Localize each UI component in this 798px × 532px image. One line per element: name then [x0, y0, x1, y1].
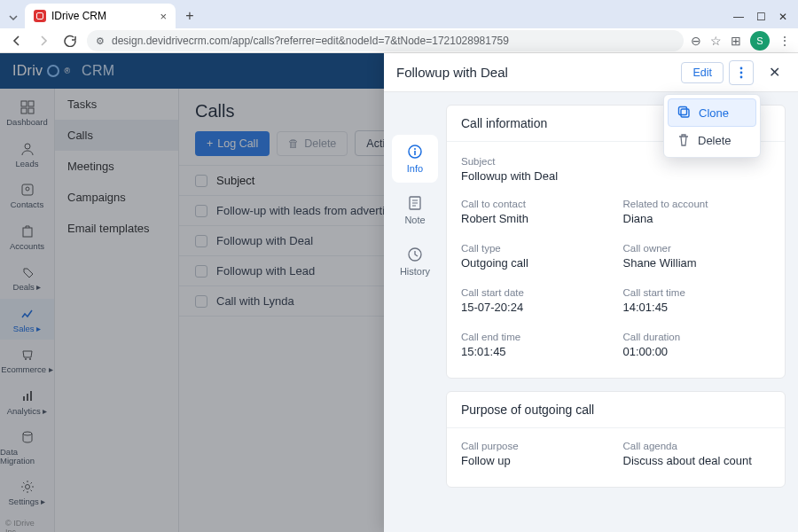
app-root: IDriv® CRM Dashboard Leads Contacts Acco… [0, 53, 798, 532]
field-type: Call typeOutgoing call [461, 236, 609, 277]
field-agenda: Call agendaDiscuss about deal count [623, 434, 771, 474]
field-label: Call duration [623, 332, 771, 342]
browser-chrome: IDrive CRM × + — ☐ ✕ ⚙ design.devidrivec… [0, 0, 798, 53]
browser-menu-icon[interactable]: ⋮ [778, 34, 791, 48]
url-text: design.devidrivecrm.com/app/calls?referr… [112, 35, 509, 47]
close-drawer-button[interactable]: ✕ [763, 61, 786, 84]
tab-label: Info [407, 163, 423, 174]
tab-dropdown-icon[interactable] [5, 7, 21, 28]
field-value: Followup with Deal [461, 169, 771, 183]
field-label: Call start time [623, 287, 771, 298]
svg-point-17 [740, 75, 743, 78]
tab-close-icon[interactable]: × [160, 10, 167, 23]
field-purpose: Call purposeFollow up [461, 434, 609, 474]
field-label: Call owner [623, 243, 771, 254]
info-icon [407, 144, 423, 160]
drawer-tab-info[interactable]: Info [392, 135, 438, 183]
drawer-header: Followup with Deal Edit ✕ [384, 53, 798, 92]
tab-title: IDrive CRM [51, 10, 106, 22]
detail-drawer: Followup with Deal Edit ✕ Clone Delete [384, 53, 798, 532]
clone-icon [677, 106, 692, 120]
drawer-tabs: Info Note History [384, 92, 446, 532]
history-icon [407, 246, 423, 262]
field-value: Outgoing call [461, 256, 609, 270]
field-value: Follow up [461, 454, 609, 467]
svg-point-21 [414, 148, 416, 150]
field-label: Call type [461, 243, 609, 254]
field-label: Call agenda [623, 441, 771, 451]
minimize-icon[interactable]: — [733, 11, 744, 23]
field-label: Call purpose [461, 441, 609, 451]
back-button[interactable] [7, 31, 27, 51]
field-account: Related to accountDiana [623, 192, 771, 232]
purpose-card: Purpose of outgoing call Call purposeFol… [446, 391, 786, 488]
forward-button[interactable] [34, 31, 53, 51]
browser-tab[interactable]: IDrive CRM × [25, 4, 176, 28]
zoom-icon[interactable]: ⊖ [691, 34, 701, 48]
delete-menu-item[interactable]: Delete [668, 127, 756, 153]
reload-button[interactable] [60, 31, 80, 51]
field-value: 01:00:00 [623, 345, 771, 358]
svg-point-16 [740, 71, 743, 74]
drawer-content: Call information SubjectFollowup with De… [446, 92, 798, 532]
note-icon [407, 195, 423, 211]
field-end-time: Call end time15:01:45 [461, 325, 609, 365]
drawer-title: Followup with Deal [396, 65, 508, 80]
favicon-icon [34, 10, 46, 22]
field-value: Discuss about deal count [623, 454, 771, 467]
field-label: Call to contact [461, 199, 609, 209]
new-tab-button[interactable]: + [179, 5, 200, 27]
more-menu-popover: Clone Delete [663, 94, 761, 158]
svg-rect-22 [414, 151, 416, 155]
field-label: Call start date [461, 287, 609, 298]
field-value: Robert Smith [461, 212, 609, 225]
more-menu-button[interactable] [729, 60, 754, 85]
tab-strip: IDrive CRM × + — ☐ ✕ [0, 0, 798, 28]
field-label: Call end time [461, 332, 609, 342]
clone-label: Clone [699, 106, 729, 120]
trash-icon [677, 133, 691, 147]
drawer-tab-note[interactable]: Note [392, 186, 438, 234]
delete-menu-label: Delete [698, 134, 732, 147]
field-owner: Call ownerShane William [623, 236, 771, 277]
field-label: Related to account [623, 199, 771, 209]
drawer-tab-history[interactable]: History [392, 238, 438, 286]
bookmark-icon[interactable]: ☆ [710, 34, 722, 48]
field-value: 15-07-20:24 [461, 301, 609, 314]
svg-rect-19 [679, 107, 687, 115]
edit-button[interactable]: Edit [681, 62, 724, 83]
field-duration: Call duration01:00:00 [623, 325, 771, 365]
tab-label: History [400, 266, 430, 277]
field-contact: Call to contactRobert Smith [461, 192, 609, 232]
address-bar: ⚙ design.devidrivecrm.com/app/calls?refe… [0, 28, 798, 53]
extensions-icon[interactable]: ⊞ [731, 34, 741, 48]
field-start-date: Call start date15-07-20:24 [461, 280, 609, 321]
svg-rect-18 [681, 109, 689, 117]
maximize-icon[interactable]: ☐ [756, 11, 766, 23]
field-value: Shane William [623, 256, 771, 270]
field-value: 15:01:45 [461, 345, 609, 358]
window-controls: — ☐ ✕ [733, 11, 798, 28]
site-settings-icon[interactable]: ⚙ [96, 35, 105, 47]
close-window-icon[interactable]: ✕ [778, 11, 787, 23]
tab-label: Note [404, 215, 425, 225]
field-value: Diana [623, 212, 771, 225]
profile-avatar[interactable]: S [750, 31, 770, 51]
svg-point-15 [740, 66, 743, 69]
field-value: 14:01:45 [623, 301, 771, 314]
card-title: Purpose of outgoing call [447, 392, 785, 428]
field-start-time: Call start time14:01:45 [623, 280, 771, 321]
url-input[interactable]: ⚙ design.devidrivecrm.com/app/calls?refe… [87, 30, 684, 51]
clone-menu-item[interactable]: Clone [668, 98, 756, 127]
